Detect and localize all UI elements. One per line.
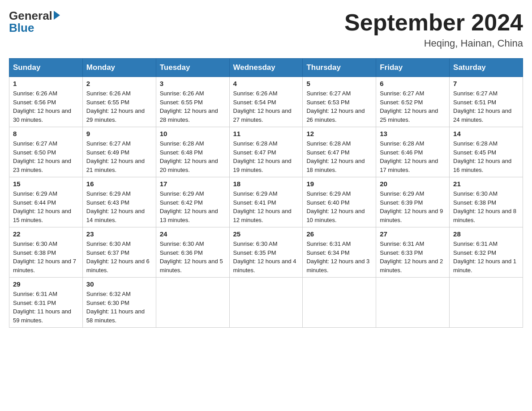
day-info: Sunrise: 6:27 AMSunset: 6:49 PMDaylight:… bbox=[86, 139, 152, 174]
day-info: Sunrise: 6:28 AMSunset: 6:48 PMDaylight:… bbox=[160, 139, 226, 174]
day-info: Sunrise: 6:28 AMSunset: 6:46 PMDaylight:… bbox=[380, 139, 446, 174]
day-info: Sunrise: 6:28 AMSunset: 6:47 PMDaylight:… bbox=[233, 139, 299, 174]
day-cell-22: 22Sunrise: 6:30 AMSunset: 6:38 PMDayligh… bbox=[9, 227, 83, 278]
title-block: September 2024 Heqing, Hainan, China bbox=[344, 9, 523, 49]
day-number: 19 bbox=[306, 180, 372, 188]
day-number: 6 bbox=[380, 80, 446, 87]
day-number: 14 bbox=[453, 130, 519, 137]
day-cell-21: 21Sunrise: 6:30 AMSunset: 6:38 PMDayligh… bbox=[450, 177, 523, 227]
day-number: 22 bbox=[13, 230, 79, 238]
day-cell-19: 19Sunrise: 6:29 AMSunset: 6:40 PMDayligh… bbox=[303, 177, 376, 227]
day-cell-6: 6Sunrise: 6:27 AMSunset: 6:52 PMDaylight… bbox=[376, 77, 450, 127]
day-number: 10 bbox=[160, 130, 226, 137]
day-info: Sunrise: 6:31 AMSunset: 6:34 PMDaylight:… bbox=[306, 240, 372, 274]
day-number: 9 bbox=[86, 130, 152, 137]
day-info: Sunrise: 6:29 AMSunset: 6:44 PMDaylight:… bbox=[13, 189, 79, 224]
day-number: 12 bbox=[306, 130, 372, 137]
week-row-4: 22Sunrise: 6:30 AMSunset: 6:38 PMDayligh… bbox=[9, 227, 523, 278]
day-info: Sunrise: 6:30 AMSunset: 6:36 PMDaylight:… bbox=[160, 240, 226, 274]
day-number: 2 bbox=[86, 80, 152, 87]
day-number: 4 bbox=[233, 80, 299, 87]
month-title: September 2024 bbox=[344, 9, 523, 36]
week-row-3: 15Sunrise: 6:29 AMSunset: 6:44 PMDayligh… bbox=[9, 177, 523, 227]
day-info: Sunrise: 6:30 AMSunset: 6:35 PMDaylight:… bbox=[233, 240, 299, 274]
col-header-tuesday: Tuesday bbox=[156, 59, 229, 77]
day-cell-30: 30Sunrise: 6:32 AMSunset: 6:30 PMDayligh… bbox=[82, 278, 156, 328]
day-number: 18 bbox=[233, 180, 299, 188]
logo-blue-text: Blue bbox=[9, 21, 34, 35]
day-info: Sunrise: 6:27 AMSunset: 6:51 PMDaylight:… bbox=[453, 89, 519, 124]
day-number: 26 bbox=[306, 230, 372, 238]
empty-cell bbox=[303, 278, 376, 328]
page-header: General Blue September 2024 Heqing, Hain… bbox=[9, 9, 523, 49]
day-number: 25 bbox=[233, 230, 299, 238]
day-cell-4: 4Sunrise: 6:26 AMSunset: 6:54 PMDaylight… bbox=[229, 77, 303, 127]
day-number: 16 bbox=[86, 180, 152, 188]
day-cell-11: 11Sunrise: 6:28 AMSunset: 6:47 PMDayligh… bbox=[229, 127, 303, 177]
day-cell-10: 10Sunrise: 6:28 AMSunset: 6:48 PMDayligh… bbox=[156, 127, 229, 177]
day-info: Sunrise: 6:26 AMSunset: 6:55 PMDaylight:… bbox=[160, 89, 226, 124]
calendar-table: SundayMondayTuesdayWednesdayThursdayFrid… bbox=[9, 58, 523, 328]
col-header-wednesday: Wednesday bbox=[229, 59, 303, 77]
day-info: Sunrise: 6:30 AMSunset: 6:38 PMDaylight:… bbox=[453, 189, 519, 224]
logo: General Blue bbox=[9, 9, 60, 35]
day-cell-17: 17Sunrise: 6:29 AMSunset: 6:42 PMDayligh… bbox=[156, 177, 229, 227]
day-cell-2: 2Sunrise: 6:26 AMSunset: 6:55 PMDaylight… bbox=[82, 77, 156, 127]
day-number: 21 bbox=[453, 180, 519, 188]
day-cell-15: 15Sunrise: 6:29 AMSunset: 6:44 PMDayligh… bbox=[9, 177, 83, 227]
day-info: Sunrise: 6:31 AMSunset: 6:31 PMDaylight:… bbox=[13, 290, 79, 325]
day-number: 23 bbox=[86, 230, 152, 238]
day-number: 1 bbox=[13, 80, 79, 87]
day-number: 20 bbox=[380, 180, 446, 188]
week-row-5: 29Sunrise: 6:31 AMSunset: 6:31 PMDayligh… bbox=[9, 278, 523, 328]
day-info: Sunrise: 6:29 AMSunset: 6:42 PMDaylight:… bbox=[160, 189, 226, 224]
day-number: 28 bbox=[453, 230, 519, 238]
day-cell-18: 18Sunrise: 6:29 AMSunset: 6:41 PMDayligh… bbox=[229, 177, 303, 227]
day-info: Sunrise: 6:26 AMSunset: 6:55 PMDaylight:… bbox=[86, 89, 152, 124]
day-info: Sunrise: 6:29 AMSunset: 6:43 PMDaylight:… bbox=[86, 189, 152, 224]
week-row-2: 8Sunrise: 6:27 AMSunset: 6:50 PMDaylight… bbox=[9, 127, 523, 177]
day-cell-7: 7Sunrise: 6:27 AMSunset: 6:51 PMDaylight… bbox=[450, 77, 523, 127]
day-number: 24 bbox=[160, 230, 226, 238]
day-cell-3: 3Sunrise: 6:26 AMSunset: 6:55 PMDaylight… bbox=[156, 77, 229, 127]
day-cell-20: 20Sunrise: 6:29 AMSunset: 6:39 PMDayligh… bbox=[376, 177, 450, 227]
week-row-1: 1Sunrise: 6:26 AMSunset: 6:56 PMDaylight… bbox=[9, 77, 523, 127]
day-cell-28: 28Sunrise: 6:31 AMSunset: 6:32 PMDayligh… bbox=[450, 227, 523, 278]
day-info: Sunrise: 6:26 AMSunset: 6:56 PMDaylight:… bbox=[13, 89, 79, 124]
empty-cell bbox=[229, 278, 303, 328]
day-cell-29: 29Sunrise: 6:31 AMSunset: 6:31 PMDayligh… bbox=[9, 278, 83, 328]
day-number: 27 bbox=[380, 230, 446, 238]
day-cell-14: 14Sunrise: 6:28 AMSunset: 6:45 PMDayligh… bbox=[450, 127, 523, 177]
day-info: Sunrise: 6:31 AMSunset: 6:33 PMDaylight:… bbox=[380, 240, 446, 274]
day-cell-9: 9Sunrise: 6:27 AMSunset: 6:49 PMDaylight… bbox=[82, 127, 156, 177]
col-header-saturday: Saturday bbox=[450, 59, 523, 77]
day-number: 5 bbox=[306, 80, 372, 87]
day-cell-23: 23Sunrise: 6:30 AMSunset: 6:37 PMDayligh… bbox=[82, 227, 156, 278]
empty-cell bbox=[376, 278, 450, 328]
col-header-sunday: Sunday bbox=[9, 59, 83, 77]
location-text: Heqing, Hainan, China bbox=[344, 38, 523, 49]
day-info: Sunrise: 6:30 AMSunset: 6:37 PMDaylight:… bbox=[86, 240, 152, 274]
day-cell-8: 8Sunrise: 6:27 AMSunset: 6:50 PMDaylight… bbox=[9, 127, 83, 177]
day-number: 8 bbox=[13, 130, 79, 137]
day-info: Sunrise: 6:29 AMSunset: 6:41 PMDaylight:… bbox=[233, 189, 299, 224]
day-number: 29 bbox=[13, 280, 79, 288]
col-header-friday: Friday bbox=[376, 59, 450, 77]
empty-cell bbox=[156, 278, 229, 328]
day-cell-1: 1Sunrise: 6:26 AMSunset: 6:56 PMDaylight… bbox=[9, 77, 83, 127]
day-cell-27: 27Sunrise: 6:31 AMSunset: 6:33 PMDayligh… bbox=[376, 227, 450, 278]
col-header-thursday: Thursday bbox=[303, 59, 376, 77]
day-cell-26: 26Sunrise: 6:31 AMSunset: 6:34 PMDayligh… bbox=[303, 227, 376, 278]
col-header-monday: Monday bbox=[82, 59, 156, 77]
day-cell-13: 13Sunrise: 6:28 AMSunset: 6:46 PMDayligh… bbox=[376, 127, 450, 177]
day-number: 30 bbox=[86, 280, 152, 288]
day-cell-16: 16Sunrise: 6:29 AMSunset: 6:43 PMDayligh… bbox=[82, 177, 156, 227]
day-info: Sunrise: 6:29 AMSunset: 6:40 PMDaylight:… bbox=[306, 189, 372, 224]
day-cell-12: 12Sunrise: 6:28 AMSunset: 6:47 PMDayligh… bbox=[303, 127, 376, 177]
day-info: Sunrise: 6:28 AMSunset: 6:45 PMDaylight:… bbox=[453, 139, 519, 174]
day-info: Sunrise: 6:26 AMSunset: 6:54 PMDaylight:… bbox=[233, 89, 299, 124]
day-number: 13 bbox=[380, 130, 446, 137]
logo-triangle-icon bbox=[54, 11, 60, 20]
day-info: Sunrise: 6:27 AMSunset: 6:53 PMDaylight:… bbox=[306, 89, 372, 124]
day-info: Sunrise: 6:32 AMSunset: 6:30 PMDaylight:… bbox=[86, 290, 152, 325]
